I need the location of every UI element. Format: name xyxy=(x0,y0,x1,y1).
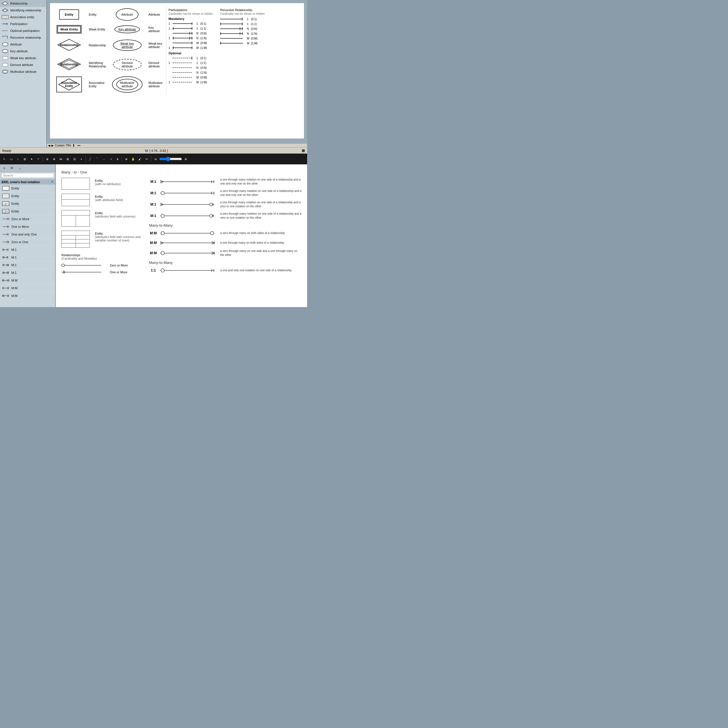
zoom-label: Custom 79% xyxy=(55,144,71,147)
m1-label-2: M:1 xyxy=(149,191,158,195)
sidebar-item-m1-1-label: M:1 xyxy=(11,248,17,251)
sidebar-search-btn[interactable]: 🔍 xyxy=(16,165,22,171)
tool-7[interactable]: ⋈ xyxy=(58,156,64,162)
multivalue-attr-icon xyxy=(2,69,9,74)
table-tool-btn[interactable]: ⊞ xyxy=(21,156,28,162)
sidebar-item-entity-2[interactable]: Entity xyxy=(0,192,55,200)
rel-section-title: Relationships xyxy=(61,253,141,257)
corner-btn[interactable]: ⬛ xyxy=(302,149,305,152)
arrow-tool-btn[interactable]: → xyxy=(101,156,107,162)
mm-row-2: M:M xyxy=(149,239,301,246)
zoom-slider[interactable] xyxy=(159,157,182,161)
connector-tool-btn[interactable]: ⊣ xyxy=(107,156,114,162)
curve-tool-btn[interactable]: ⌒ xyxy=(94,156,100,162)
sidebar-item-one-one[interactable]: One and only One xyxy=(0,231,55,238)
sidebar-item-zero-more[interactable]: Zero or More xyxy=(0,215,55,223)
scroll-right-btn[interactable]: ▶ xyxy=(52,144,54,147)
m1-row-1: M:1 a one through xyxy=(149,178,301,186)
sidebar-item-entity-4-label: Entity xyxy=(11,210,19,213)
sidebar-label-optional-participation: Optional participation xyxy=(10,29,40,32)
ellipse-tool-btn[interactable]: ○ xyxy=(15,156,21,162)
sidebar-item-participation[interactable]: Participation xyxy=(0,20,46,27)
sidebar-item-mm-1[interactable]: M:M xyxy=(0,277,55,284)
zoom-out-btn-2[interactable]: ⊖ xyxy=(153,156,159,162)
sidebar-item-one-more[interactable]: One or More xyxy=(0,223,55,231)
zoom-in-btn[interactable]: ⊕ xyxy=(123,156,129,162)
sidebar-item-m1-1[interactable]: M:1 xyxy=(0,246,55,254)
m1-3-icon xyxy=(2,262,10,268)
sidebar-item-key-attribute[interactable]: Key attribute xyxy=(0,48,46,55)
sidebar-grid-btn[interactable]: ⊞ xyxy=(9,165,15,171)
search-input[interactable] xyxy=(1,173,54,178)
sidebar-item-entity-3[interactable]: Entity xyxy=(0,200,55,208)
derived-attr-label: Derived attribute xyxy=(145,55,166,74)
11-desc: a one and only one notation on one side … xyxy=(220,268,301,272)
paint-btn[interactable]: 🖌 xyxy=(137,156,143,162)
h-scrollbar[interactable]: ◀ ▶ Custom 79% ⬆ ▪▪▪ xyxy=(47,143,307,147)
sidebar-item-entity-4[interactable]: Entity xyxy=(0,208,55,215)
bottom-main-area: ≡ ⊞ 🔍 ERD, crow's foot notation ✕ Entity xyxy=(0,164,307,307)
tool-10[interactable]: ⋄ xyxy=(78,156,84,162)
coords-label: M: [ 4.76, -0.62 ] xyxy=(145,149,168,153)
zoom-in-btn-2[interactable]: ⊕ xyxy=(183,156,189,162)
svg-marker-0 xyxy=(2,2,8,5)
tool-5[interactable]: ⊕ xyxy=(44,156,50,162)
tool-8[interactable]: ⊞ xyxy=(64,156,71,162)
m1-label-4: M:1 xyxy=(149,214,158,218)
sidebar-list-btn[interactable]: ≡ xyxy=(1,165,8,171)
tool-6[interactable]: ⊗ xyxy=(51,156,57,162)
mm-desc-3: a zero through many on one side and a on… xyxy=(220,249,301,257)
sidebar-item-m1-3[interactable]: M:1 xyxy=(0,262,55,269)
sidebar-item-mm-2[interactable]: M:M xyxy=(0,284,55,292)
sidebar-item-identifying-rel[interactable]: Identifying relationship xyxy=(0,7,46,14)
sidebar-item-multivalue-attr[interactable]: Multivalue attribute xyxy=(0,68,46,75)
sidebar-item-derived-attr[interactable]: Derived attribute xyxy=(0,61,46,68)
attribute-label-cell: Attribute xyxy=(145,6,166,23)
sidebar-item-m1-4[interactable]: M:1 xyxy=(0,269,55,277)
svg-point-148 xyxy=(161,231,164,235)
sidebar-item-entity-1[interactable]: Entity xyxy=(0,185,55,192)
key-attribute-icon xyxy=(2,49,9,54)
sidebar-item-recursive-rel[interactable]: Recursive relationship xyxy=(0,34,46,41)
mm-title-2: Many-to-Many xyxy=(149,260,301,265)
svg-point-141 xyxy=(210,203,213,206)
card-label-01: (0:1) xyxy=(200,22,206,25)
relationship-icon xyxy=(2,1,9,6)
sidebar-item-relationship[interactable]: Relationship xyxy=(0,0,46,7)
tool-9[interactable]: ⊟ xyxy=(71,156,78,162)
line-tool-btn[interactable]: ╱ xyxy=(87,156,93,162)
mandatory-label: Mandatory xyxy=(169,17,215,20)
entity-no-attrs-shape xyxy=(61,178,90,190)
lasso-tool-btn[interactable]: ⌖ xyxy=(35,156,41,162)
select-tool-btn[interactable]: ↖ xyxy=(1,156,8,162)
sidebar-item-weak-key-attr[interactable]: Weak key attribute xyxy=(0,55,46,61)
pencil-btn[interactable]: ✏ xyxy=(144,156,150,162)
section-close-btn[interactable]: ✕ xyxy=(51,180,54,184)
fork-tool-btn[interactable]: ⋔ xyxy=(114,156,121,162)
mm-2-icon xyxy=(2,285,10,291)
card-row-11: 1 1 (1:1) xyxy=(169,26,215,31)
sidebar-items-list: Entity Entity Entity xyxy=(0,185,55,307)
entity-attrs-cols-label: Entity (attributes field with columns) xyxy=(95,210,135,218)
sidebar-item-m1-2[interactable]: M:1 xyxy=(0,254,55,262)
m1-row-2: M:1 a zero through many notation on one … xyxy=(149,189,301,197)
zoom-stepper[interactable]: ⬆ xyxy=(72,144,75,148)
sidebar-item-attribute[interactable]: Attribute xyxy=(0,41,46,48)
mm-desc-2: a one through many on both sides of a re… xyxy=(220,241,301,245)
sidebar-label-attribute: Attribute xyxy=(10,43,22,46)
sidebar-item-zero-one[interactable]: Zero or One xyxy=(0,238,55,246)
opt-row-11: 1 1 (1:1) xyxy=(169,61,215,65)
sidebar-item-optional-participation[interactable]: Optional participation xyxy=(0,27,46,34)
sidebar-label-recursive-rel: Recursive relationship xyxy=(10,36,41,39)
sidebar-item-assoc-entity[interactable]: Associative entity xyxy=(0,14,46,20)
sidebar-item-mm-3[interactable]: M:M xyxy=(0,292,55,300)
pointer-tool-btn[interactable]: ✦ xyxy=(28,156,35,162)
sidebar-label-key-attribute: Key attribute xyxy=(10,49,28,53)
mm-section: Many-to-Many M:M xyxy=(149,223,301,257)
attribute-shape: Attribute xyxy=(116,8,139,21)
pan-btn[interactable]: ✋ xyxy=(130,156,136,162)
card-label-11: (1:1) xyxy=(200,27,206,30)
rect-tool-btn[interactable]: ▭ xyxy=(8,156,14,162)
scroll-left-btn[interactable]: ◀ xyxy=(48,144,50,147)
m1-rows: M:1 a one through xyxy=(149,178,301,220)
